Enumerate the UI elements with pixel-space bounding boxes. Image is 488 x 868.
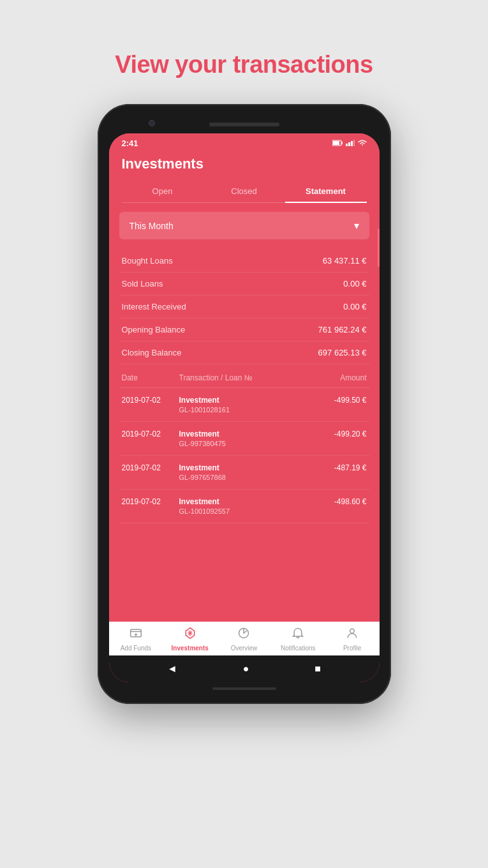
closing-balance-row: Closing Balance 697 625.13 € [119,341,369,364]
interest-received-row: Interest Received 0.00 € [119,296,369,318]
bought-loans-value: 63 437.11 € [323,256,367,266]
col-header-date: Date [122,373,179,384]
nav-notifications-label: Notifications [281,645,315,652]
svg-point-13 [189,632,191,634]
opening-balance-label: Opening Balance [122,325,186,334]
svg-point-17 [350,629,355,633]
wifi-icon [358,139,367,148]
month-filter-dropdown[interactable]: This Month ▾ [119,212,369,239]
add-funds-icon [129,627,142,643]
tx-details-4: Investment GL-1001092557 [179,497,313,515]
status-time: 2:41 [122,138,138,148]
page-title: View your transactions [115,51,373,79]
recent-button[interactable]: ■ [314,663,321,675]
col-header-amount: Amount [313,373,367,384]
tabs: Open Closed Statement [122,180,367,203]
dropdown-label: This Month [129,221,174,231]
status-icons [332,139,367,148]
tx-date-2: 2019-07-02 [122,430,179,438]
svg-rect-2 [333,141,339,145]
phone-screen: 2:41 [109,133,380,682]
transaction-row: 2019-07-02 Investment GL-997657868 -487.… [119,456,369,490]
closing-balance-label: Closing Balance [122,348,182,357]
svg-rect-5 [351,141,353,146]
table-header: Date Transaction / Loan № Amount [119,367,369,388]
tx-date-3: 2019-07-02 [122,463,179,472]
overview-icon [237,627,250,643]
closing-balance-value: 697 625.13 € [318,348,367,357]
status-bar: 2:41 [109,133,380,151]
tab-open[interactable]: Open [122,180,203,202]
battery-icon [332,139,343,148]
tx-details-2: Investment GL-997380475 [179,430,313,447]
bought-loans-row: Bought Loans 63 437.11 € [119,250,369,273]
tx-amount-4: -498.60 € [313,497,367,506]
phone-bottom [109,682,380,692]
notifications-icon [292,627,304,643]
chevron-down-icon: ▾ [354,220,359,232]
nav-overview[interactable]: Overview [225,627,263,652]
tx-name-2: Investment [179,430,313,438]
phone-bottom-bar [212,687,276,690]
tx-name-3: Investment [179,463,313,472]
signal-icon [346,139,355,148]
tab-statement[interactable]: Statement [285,180,367,202]
sold-loans-row: Sold Loans 0.00 € [119,273,369,296]
tx-details-1: Investment GL-1001028161 [179,396,313,414]
tx-amount-3: -487.19 € [313,463,367,472]
tx-amount-1: -499.50 € [313,396,367,405]
transaction-row: 2019-07-02 Investment GL-997380475 -499.… [119,422,369,456]
opening-balance-row: Opening Balance 761 962.24 € [119,318,369,341]
transaction-row: 2019-07-02 Investment GL-1001092557 -498… [119,490,369,523]
android-nav-bar: ◄ ● ■ [109,655,380,682]
back-button[interactable]: ◄ [167,663,177,675]
profile-icon [346,627,359,643]
opening-balance-value: 761 962.24 € [318,325,367,334]
transaction-row: 2019-07-02 Investment GL-1001028161 -499… [119,388,369,422]
nav-notifications[interactable]: Notifications [279,627,317,652]
phone-camera [149,120,155,126]
svg-rect-1 [341,142,343,144]
scroll-accent [378,228,380,267]
interest-received-value: 0.00 € [343,302,366,311]
tx-date-4: 2019-07-02 [122,497,179,506]
interest-received-label: Interest Received [122,302,186,311]
tx-ref-3: GL-997657868 [179,474,313,481]
phone-frame: 2:41 [98,104,391,704]
tx-name-1: Investment [179,396,313,405]
phone-speaker [209,123,279,126]
app-title: Investments [122,156,367,172]
tab-closed[interactable]: Closed [203,180,285,202]
nav-profile[interactable]: Profile [333,627,371,652]
tx-name-4: Investment [179,497,313,506]
bought-loans-label: Bought Loans [122,256,173,266]
investments-icon [184,627,196,643]
tx-ref-1: GL-1001028161 [179,406,313,414]
nav-add-funds-label: Add Funds [121,645,151,652]
content-area: This Month ▾ Bought Loans 63 437.11 € So… [109,203,380,622]
tx-details-3: Investment GL-997657868 [179,463,313,481]
nav-investments-label: Investments [172,645,209,652]
nav-profile-label: Profile [343,645,361,652]
svg-rect-6 [353,140,355,146]
bottom-nav: Add Funds Investments [109,622,380,655]
nav-add-funds[interactable]: Add Funds [117,627,155,652]
sold-loans-value: 0.00 € [343,279,366,288]
col-header-transaction: Transaction / Loan № [179,373,313,384]
home-button[interactable]: ● [243,663,249,675]
tx-date-1: 2019-07-02 [122,396,179,405]
svg-rect-3 [346,144,348,146]
tx-amount-2: -499.20 € [313,430,367,438]
sold-loans-label: Sold Loans [122,279,163,288]
svg-rect-4 [348,142,350,146]
tx-ref-2: GL-997380475 [179,440,313,447]
nav-overview-label: Overview [231,645,258,652]
tx-ref-4: GL-1001092557 [179,507,313,515]
nav-investments[interactable]: Investments [171,627,209,652]
app-header: Investments Open Closed Statement [109,151,380,203]
